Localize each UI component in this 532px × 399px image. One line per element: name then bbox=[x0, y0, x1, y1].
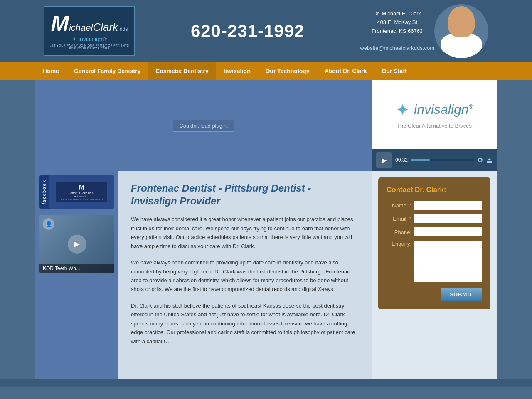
hero-section: Couldn't load plugin. ✦ invisalign® The … bbox=[35, 80, 497, 171]
enquiry-textarea[interactable] bbox=[414, 241, 482, 282]
video-play-icon: ▶ bbox=[68, 235, 86, 254]
name-label: Name: * bbox=[387, 202, 411, 209]
email-label: Email: * bbox=[387, 216, 411, 222]
facebook-content: M ichael Clark dds ✦ invisalign LET YOUR… bbox=[49, 175, 114, 209]
enquiry-row: Enquiry: bbox=[387, 241, 482, 282]
doctor-photo bbox=[434, 4, 488, 58]
contact-info: Dr. Michael E. Clark 403 E. McKay St Fro… bbox=[360, 10, 434, 53]
invisalign-brand-text: invisalign® bbox=[414, 102, 473, 117]
logo-invisalign: ✦ invisalign® bbox=[72, 36, 107, 42]
main-wrapper: Couldn't load plugin. ✦ invisalign® The … bbox=[35, 80, 497, 379]
address-line1: 403 E. McKay St bbox=[360, 18, 434, 27]
facebook-tab: facebook bbox=[39, 175, 49, 209]
video-user-icon: 👤 bbox=[43, 218, 54, 230]
email-link[interactable]: website@michaelclarkdds.com bbox=[360, 45, 434, 51]
content-section: facebook M ichael Clark dds ✦ invisalign… bbox=[35, 171, 497, 379]
invisalign-logo-area: ✦ invisalign® bbox=[396, 100, 473, 119]
phone-row: Phone: bbox=[387, 227, 482, 236]
name-required: * bbox=[409, 202, 411, 209]
facebook-widget[interactable]: facebook M ichael Clark dds ✦ invisalign… bbox=[39, 175, 114, 209]
name-row: Name: * bbox=[387, 201, 482, 210]
sidebar-video-thumb[interactable]: ▶ 👤 KOR Teeth Wh... bbox=[39, 215, 114, 273]
doctor-name: Dr. Michael E. Clark bbox=[360, 10, 434, 18]
submit-button[interactable]: SUBMIT bbox=[441, 288, 482, 301]
video-title-overlay: KOR Teeth Wh... bbox=[39, 264, 114, 273]
sidebar: facebook M ichael Clark dds ✦ invisalign… bbox=[35, 171, 118, 379]
paragraph-2: We have always been commited to providin… bbox=[131, 258, 360, 294]
paragraph-3: Dr. Clark and his staff believe the pati… bbox=[131, 301, 360, 346]
nav-item-invisalign[interactable]: Invisalign bbox=[216, 62, 258, 80]
progress-bar[interactable] bbox=[411, 159, 474, 161]
phone-label: Phone: bbox=[387, 229, 411, 235]
footer-bar bbox=[0, 379, 532, 387]
logo-m: M bbox=[51, 12, 69, 34]
invisalign-banner: ✦ invisalign® The Clear Alternative to B… bbox=[372, 80, 497, 149]
contact-title: Contact Dr. Clark: bbox=[387, 186, 482, 194]
nav-item-general[interactable]: General Family Denistry bbox=[66, 62, 148, 80]
header: M ichael Clark dds ✦ invisalign® LET YOU… bbox=[35, 0, 497, 62]
nav-item-technology[interactable]: Our Technology bbox=[258, 62, 317, 80]
logo-area: M ichael Clark dds ✦ invisalign® LET YOU… bbox=[44, 6, 135, 56]
gear-icon[interactable]: ⚙ bbox=[477, 156, 483, 164]
name-input[interactable] bbox=[414, 201, 482, 210]
phone-area: 620-231-1992 bbox=[135, 21, 360, 41]
phone-number: 620-231-1992 bbox=[135, 21, 360, 41]
logo-box: M ichael Clark dds ✦ invisalign® LET YOU… bbox=[44, 6, 135, 56]
plugin-error: Couldn't load plugin. bbox=[173, 120, 234, 132]
nav-item-cosmetic[interactable]: Cosmetic Dentistry bbox=[148, 62, 216, 80]
logo-dds: dds bbox=[120, 26, 128, 32]
play-button[interactable]: ▶ bbox=[376, 152, 392, 168]
nav-item-home[interactable]: Home bbox=[35, 62, 66, 80]
main-content: Frontenac Dentist - Pittsburg Dentist - … bbox=[118, 171, 372, 379]
doctor-head bbox=[448, 6, 475, 37]
contact-panel: Contact Dr. Clark: Name: * Email: * bbox=[378, 177, 490, 309]
phone-input[interactable] bbox=[414, 227, 482, 236]
nav-item-staff[interactable]: Our Staff bbox=[374, 62, 414, 80]
email-required: * bbox=[409, 216, 411, 222]
logo-tagline: LET YOUR FAMILY JOIN OUR FAMILY OF PATIE… bbox=[49, 44, 129, 50]
hero-right: ✦ invisalign® The Clear Alternative to B… bbox=[372, 80, 497, 171]
logo-ichael: ichael bbox=[69, 22, 93, 33]
nav-bar: Home General Family Denistry Cosmetic De… bbox=[35, 62, 497, 80]
invisalign-tagline: The Clear Alternative to Braces bbox=[397, 123, 472, 129]
nav-wrapper: Home General Family Denistry Cosmetic De… bbox=[0, 62, 532, 80]
video-controls: ▶ 00:32 ⚙ ⏏ bbox=[372, 149, 497, 171]
email-row: Email: * bbox=[387, 214, 482, 223]
facebook-logo: M ichael Clark dds ✦ invisalign LET YOUR… bbox=[56, 182, 106, 202]
page-heading: Frontenac Dentist - Pittsburg Dentist - … bbox=[131, 182, 360, 207]
hero-left: Couldn't load plugin. bbox=[35, 80, 372, 171]
time-display: 00:32 bbox=[395, 157, 408, 163]
progress-fill bbox=[411, 159, 430, 161]
address-line2: Frontenac, KS 66763 bbox=[360, 27, 434, 36]
vimeo-icon[interactable]: ⏏ bbox=[486, 156, 493, 164]
invisalign-star-icon: ✦ bbox=[396, 100, 410, 119]
email-input[interactable] bbox=[414, 214, 482, 223]
content-right: Contact Dr. Clark: Name: * Email: * bbox=[372, 171, 497, 379]
logo-clark-name: Clark bbox=[93, 21, 118, 34]
nav-item-about[interactable]: About Dr. Clark bbox=[317, 62, 374, 80]
enquiry-label: Enquiry: bbox=[387, 241, 411, 247]
paragraph-1: We have always considered it a great hon… bbox=[131, 215, 360, 251]
